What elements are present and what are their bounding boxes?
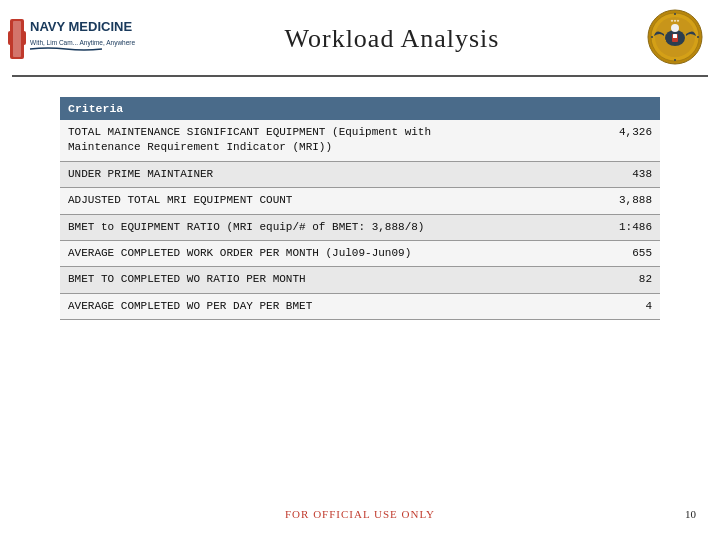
- svg-point-16: [697, 36, 699, 38]
- navy-seal: ★★★: [646, 8, 704, 69]
- table-row: TOTAL MAINTENANCE SIGNIFICANT EQUIPMENT …: [60, 120, 660, 161]
- svg-text:NAVY MEDICINE: NAVY MEDICINE: [30, 19, 132, 34]
- table-cell-label: BMET TO COMPLETED WO RATIO PER MONTH: [60, 267, 590, 293]
- table-cell-value: 655: [590, 240, 660, 266]
- table-cell-value: 438: [590, 161, 660, 187]
- table-row: AVERAGE COMPLETED WORK ORDER PER MONTH (…: [60, 240, 660, 266]
- table-cell-label: AVERAGE COMPLETED WO PER DAY PER BMET: [60, 293, 590, 319]
- header-divider: [12, 75, 708, 77]
- workload-table: Criteria TOTAL MAINTENANCE SIGNIFICANT E…: [60, 97, 660, 320]
- title-area: Workload Analysis: [138, 24, 646, 54]
- table-row: BMET TO COMPLETED WO RATIO PER MONTH82: [60, 267, 660, 293]
- svg-rect-2: [13, 21, 21, 57]
- navy-medicine-logo: NAVY MEDICINE With, Lim Cam... Anytime, …: [8, 15, 138, 63]
- table-row: UNDER PRIME MAINTAINER438: [60, 161, 660, 187]
- table-cell-value: 4,326: [590, 120, 660, 161]
- svg-point-9: [671, 24, 679, 32]
- table-cell-label: UNDER PRIME MAINTAINER: [60, 161, 590, 187]
- table-cell-value: 82: [590, 267, 660, 293]
- table-cell-value: 3,888: [590, 188, 660, 214]
- table-row: AVERAGE COMPLETED WO PER DAY PER BMET4: [60, 293, 660, 319]
- table-cell-label: ADJUSTED TOTAL MRI EQUIPMENT COUNT: [60, 188, 590, 214]
- svg-point-13: [674, 13, 676, 15]
- header: NAVY MEDICINE With, Lim Cam... Anytime, …: [0, 0, 720, 73]
- svg-rect-12: [673, 34, 677, 38]
- page-title: Workload Analysis: [138, 24, 646, 54]
- table-header: Criteria: [60, 97, 660, 120]
- table-cell-value: 1:486: [590, 214, 660, 240]
- table-row: BMET to EQUIPMENT RATIO (MRI equip/# of …: [60, 214, 660, 240]
- table-cell-value: 4: [590, 293, 660, 319]
- table-cell-label: TOTAL MAINTENANCE SIGNIFICANT EQUIPMENT …: [60, 120, 590, 161]
- footer: FOR OFFICIAL USE ONLY: [0, 508, 720, 520]
- svg-point-14: [674, 59, 676, 61]
- table-container: Criteria TOTAL MAINTENANCE SIGNIFICANT E…: [60, 97, 660, 320]
- svg-text:With, Lim Cam... Anytime, Anyw: With, Lim Cam... Anytime, Anywhere: [30, 39, 136, 47]
- footer-text: FOR OFFICIAL USE ONLY: [285, 508, 435, 520]
- table-cell-label: AVERAGE COMPLETED WORK ORDER PER MONTH (…: [60, 240, 590, 266]
- svg-text:★★★: ★★★: [670, 18, 679, 24]
- table-header-row: Criteria: [60, 97, 660, 120]
- page-number: 10: [685, 508, 696, 520]
- svg-point-15: [651, 36, 653, 38]
- table-cell-label: BMET to EQUIPMENT RATIO (MRI equip/# of …: [60, 214, 590, 240]
- table-row: ADJUSTED TOTAL MRI EQUIPMENT COUNT3,888: [60, 188, 660, 214]
